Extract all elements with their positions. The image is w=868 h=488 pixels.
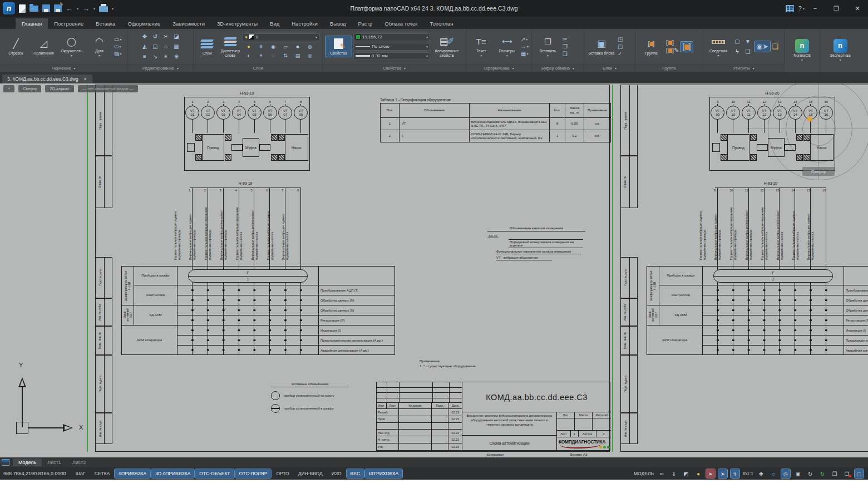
utils-tool-icon[interactable]: ϟ — [732, 47, 742, 56]
dynamic-ucs-icon[interactable]: ↯ — [731, 469, 739, 478]
layer-tool-icon[interactable]: ▱ — [279, 42, 292, 51]
table-toggle-icon[interactable] — [786, 5, 794, 12]
minimize-button[interactable]: − — [805, 0, 826, 17]
panel-label-group[interactable]: Группа — [635, 64, 703, 72]
select-box-icon[interactable]: ➤ — [718, 469, 727, 478]
fullscreen-icon[interactable]: ▢ — [855, 469, 864, 478]
status-toggle[interactable]: 3D оПРИВЯЗКА — [151, 469, 194, 478]
clipboard-tool-icon[interactable]: ❑ — [563, 51, 568, 57]
close-icon[interactable]: ✕ — [83, 77, 87, 82]
status-toggle[interactable]: ШАГ — [72, 469, 90, 478]
viewport-control-button[interactable]: 2D-каркас — [45, 85, 73, 92]
status-toggle[interactable]: ИЗО — [328, 469, 346, 478]
lineweight-select[interactable]: 0.30 мм ▾ — [353, 52, 430, 60]
layers-button[interactable]: Слои — [196, 36, 218, 57]
color-select[interactable]: 19,155,72 ▾ — [353, 33, 430, 41]
close-button[interactable]: ✕ — [847, 0, 868, 17]
block-tool-icon[interactable]: ✓ — [618, 51, 623, 57]
print-icon[interactable] — [99, 6, 108, 12]
viewport-control-button[interactable]: Сверху — [18, 85, 41, 92]
document-tab[interactable]: 3. КОМД.aa.bb.cc.dd.eee.C3.dwg✕ — [2, 75, 92, 83]
open-file-icon[interactable] — [29, 6, 38, 12]
notifications-icon[interactable]: ❒ — [842, 469, 851, 478]
layout-tab[interactable]: Модель — [13, 459, 42, 466]
draw-tool-icon[interactable]: ▨▾ — [114, 51, 121, 57]
edit-tool-icon[interactable]: ✶ — [161, 52, 171, 61]
ribbon-tab[interactable]: Главная — [16, 18, 48, 29]
ribbon-tab[interactable]: Вид — [264, 18, 285, 29]
ucs-origin[interactable] — [16, 422, 28, 434]
zoom-icon[interactable]: ○ — [769, 469, 778, 478]
properties-button[interactable]: Свойства — [326, 36, 352, 57]
clipboard-tool-icon[interactable]: ✂ — [563, 37, 568, 42]
layer-tool-icon[interactable]: ● — [243, 42, 255, 51]
circle-button[interactable]: ◯ Окружность▾ — [58, 34, 85, 59]
annotate-tool-icon[interactable]: ▦▾ — [521, 51, 529, 57]
group-edit-icon[interactable]: [▆]✎ — [666, 47, 679, 53]
layout-list-icon[interactable] — [2, 459, 9, 466]
status-toggle[interactable]: СЕТКА — [91, 469, 114, 478]
zoom-extents-icon[interactable]: ▣ — [793, 469, 802, 478]
viewport-view-label[interactable]: Сверху — [802, 167, 835, 176]
ribbon-tab[interactable]: Оформление — [121, 18, 166, 29]
polyline-button[interactable]: ◿ Полилиния — [31, 36, 57, 57]
panel-label-draw[interactable]: Черчение▾ — [0, 64, 127, 72]
undo-dropdown-icon[interactable]: ▾ — [77, 7, 78, 11]
ribbon-tab[interactable]: 3D-инструменты — [211, 18, 264, 29]
help-button[interactable]: ? — [798, 5, 802, 12]
ribbon-tab[interactable]: Построение — [48, 18, 90, 29]
clipboard-tool-icon[interactable]: ❐ — [563, 44, 568, 50]
draw-tool-icon[interactable]: ▭▾ — [114, 37, 121, 42]
drawings-stack-icon[interactable]: ❏ — [772, 42, 778, 51]
status-toggle[interactable]: ОТС-ПОЛЯР — [235, 469, 272, 478]
selection-button[interactable]: ◉➤ — [754, 41, 770, 52]
layout-tab[interactable]: Лист1 — [42, 459, 67, 466]
toolbar-more-icon[interactable]: ▾ — [112, 7, 114, 11]
layer-tool-icon[interactable]: ◐ — [243, 51, 255, 60]
utils-tool-icon[interactable]: ❏ — [743, 47, 753, 56]
edit-tool-icon[interactable]: ◪ — [171, 32, 181, 41]
status-toggle[interactable]: ВЕС — [347, 469, 364, 478]
insert-block-button[interactable]: ▣ Вставка блока — [587, 36, 616, 57]
orbit-icon[interactable]: ↻ — [806, 469, 815, 478]
regen-icon[interactable]: ↻ — [818, 469, 827, 478]
layer-tool-icon[interactable]: ▤ — [292, 51, 304, 60]
match-properties-button[interactable]: ▤✐ Копирование свойств — [432, 34, 462, 59]
info-button[interactable]: Сведения▾ — [706, 34, 731, 59]
edit-tool-icon[interactable]: ⊕ — [171, 52, 181, 61]
panel-label-layers[interactable]: Слои — [194, 64, 322, 72]
drawing-canvas[interactable]: +Сверху2D-каркас— нет связанных видов — … — [0, 83, 868, 457]
status-toggle[interactable]: оПРИВЯЗКА — [115, 469, 150, 478]
group-create-icon[interactable]: [▆] — [666, 40, 679, 46]
save-icon[interactable] — [42, 4, 50, 12]
expertise-button[interactable]: n Экспертиза▾ — [823, 38, 857, 63]
viewport-lock-icon[interactable]: ∞ — [657, 469, 666, 478]
layer-tool-icon[interactable]: ◌ — [267, 51, 279, 60]
cursor-mode-icon[interactable]: ➤ — [706, 469, 715, 478]
status-toggle[interactable]: ДИН-ВВОД — [294, 469, 327, 478]
bulb-icon[interactable]: ● — [694, 469, 703, 478]
ribbon-tab[interactable]: Вставка — [90, 18, 121, 29]
group-select-button[interactable]: [▆] — [680, 42, 692, 52]
layout-switch-icon[interactable]: ❐ — [830, 469, 839, 478]
layer-select[interactable]: ● 0 ▾ — [243, 33, 319, 41]
panel-label-props[interactable]: Свойства▾ — [323, 64, 466, 72]
status-toggle[interactable]: ОРТО — [272, 469, 293, 478]
panel-label-annotate[interactable]: Оформление▾ — [466, 64, 531, 72]
panel-label-utils[interactable]: Утилиты▾ — [703, 64, 784, 72]
normacs-button[interactable]: n NormaCS▾ — [787, 38, 817, 63]
layer-tool-icon[interactable]: ❄ — [255, 42, 267, 51]
space-mode-label[interactable]: МОДЕЛЬ — [634, 471, 654, 476]
paste-button[interactable]: ❒ Вставить▾ — [535, 34, 561, 59]
utils-tool-icon[interactable]: ▼ — [743, 37, 753, 46]
edit-tool-icon[interactable]: ✥ — [140, 32, 150, 41]
linetype-select[interactable]: По слою ▾ — [353, 43, 430, 51]
ribbon-tab[interactable]: Облака точек — [378, 18, 423, 29]
restore-button[interactable]: ❐ — [826, 0, 847, 17]
layer-tool-icon[interactable]: ◉ — [267, 42, 279, 51]
draw-tool-icon[interactable]: ⬭▾ — [114, 44, 121, 50]
ribbon-tab[interactable]: Вывод — [324, 18, 352, 29]
nanocad-logo-icon[interactable]: n — [3, 2, 15, 14]
annotation-scale[interactable]: m1:1 — [743, 471, 753, 476]
edit-tool-icon[interactable]: ✂ — [161, 32, 171, 41]
